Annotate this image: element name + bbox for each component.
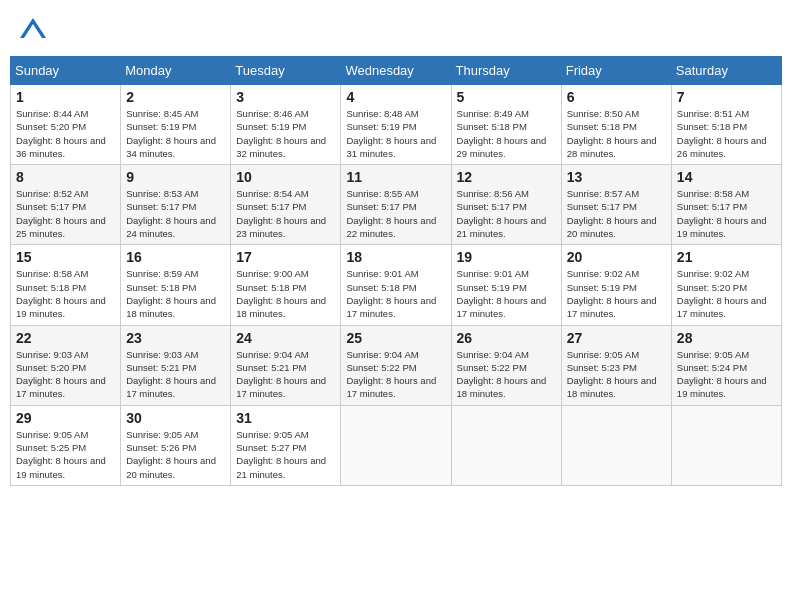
day-info: Sunrise: 8:57 AMSunset: 5:17 PMDaylight:… — [567, 187, 666, 240]
calendar-week-5: 29Sunrise: 9:05 AMSunset: 5:25 PMDayligh… — [11, 405, 782, 485]
calendar-day-17: 17Sunrise: 9:00 AMSunset: 5:18 PMDayligh… — [231, 245, 341, 325]
day-number: 3 — [236, 89, 335, 105]
day-number: 27 — [567, 330, 666, 346]
day-info: Sunrise: 9:04 AMSunset: 5:21 PMDaylight:… — [236, 348, 335, 401]
calendar-day-21: 21Sunrise: 9:02 AMSunset: 5:20 PMDayligh… — [671, 245, 781, 325]
calendar-day-8: 8Sunrise: 8:52 AMSunset: 5:17 PMDaylight… — [11, 165, 121, 245]
day-info: Sunrise: 9:03 AMSunset: 5:20 PMDaylight:… — [16, 348, 115, 401]
day-number: 15 — [16, 249, 115, 265]
day-info: Sunrise: 9:05 AMSunset: 5:27 PMDaylight:… — [236, 428, 335, 481]
day-info: Sunrise: 9:02 AMSunset: 5:19 PMDaylight:… — [567, 267, 666, 320]
empty-cell — [671, 405, 781, 485]
day-info: Sunrise: 9:01 AMSunset: 5:18 PMDaylight:… — [346, 267, 445, 320]
calendar-week-2: 8Sunrise: 8:52 AMSunset: 5:17 PMDaylight… — [11, 165, 782, 245]
day-info: Sunrise: 8:58 AMSunset: 5:18 PMDaylight:… — [16, 267, 115, 320]
calendar-day-10: 10Sunrise: 8:54 AMSunset: 5:17 PMDayligh… — [231, 165, 341, 245]
calendar-day-13: 13Sunrise: 8:57 AMSunset: 5:17 PMDayligh… — [561, 165, 671, 245]
calendar-day-2: 2Sunrise: 8:45 AMSunset: 5:19 PMDaylight… — [121, 85, 231, 165]
column-header-sunday: Sunday — [11, 57, 121, 85]
day-number: 24 — [236, 330, 335, 346]
day-number: 12 — [457, 169, 556, 185]
calendar-day-29: 29Sunrise: 9:05 AMSunset: 5:25 PMDayligh… — [11, 405, 121, 485]
calendar-table: SundayMondayTuesdayWednesdayThursdayFrid… — [10, 56, 782, 486]
calendar-day-31: 31Sunrise: 9:05 AMSunset: 5:27 PMDayligh… — [231, 405, 341, 485]
day-number: 5 — [457, 89, 556, 105]
column-header-monday: Monday — [121, 57, 231, 85]
day-number: 31 — [236, 410, 335, 426]
day-info: Sunrise: 9:05 AMSunset: 5:26 PMDaylight:… — [126, 428, 225, 481]
day-info: Sunrise: 8:56 AMSunset: 5:17 PMDaylight:… — [457, 187, 556, 240]
day-info: Sunrise: 8:49 AMSunset: 5:18 PMDaylight:… — [457, 107, 556, 160]
day-number: 7 — [677, 89, 776, 105]
day-info: Sunrise: 9:05 AMSunset: 5:24 PMDaylight:… — [677, 348, 776, 401]
day-number: 20 — [567, 249, 666, 265]
calendar-day-3: 3Sunrise: 8:46 AMSunset: 5:19 PMDaylight… — [231, 85, 341, 165]
day-info: Sunrise: 8:48 AMSunset: 5:19 PMDaylight:… — [346, 107, 445, 160]
calendar-day-4: 4Sunrise: 8:48 AMSunset: 5:19 PMDaylight… — [341, 85, 451, 165]
day-number: 9 — [126, 169, 225, 185]
calendar-day-14: 14Sunrise: 8:58 AMSunset: 5:17 PMDayligh… — [671, 165, 781, 245]
day-number: 11 — [346, 169, 445, 185]
logo-icon — [18, 14, 48, 44]
day-info: Sunrise: 8:50 AMSunset: 5:18 PMDaylight:… — [567, 107, 666, 160]
day-number: 30 — [126, 410, 225, 426]
column-header-thursday: Thursday — [451, 57, 561, 85]
day-info: Sunrise: 9:02 AMSunset: 5:20 PMDaylight:… — [677, 267, 776, 320]
day-number: 19 — [457, 249, 556, 265]
day-info: Sunrise: 9:05 AMSunset: 5:25 PMDaylight:… — [16, 428, 115, 481]
day-number: 14 — [677, 169, 776, 185]
day-number: 23 — [126, 330, 225, 346]
day-info: Sunrise: 8:51 AMSunset: 5:18 PMDaylight:… — [677, 107, 776, 160]
page-header — [10, 10, 782, 48]
column-header-wednesday: Wednesday — [341, 57, 451, 85]
calendar-week-3: 15Sunrise: 8:58 AMSunset: 5:18 PMDayligh… — [11, 245, 782, 325]
day-number: 25 — [346, 330, 445, 346]
day-number: 16 — [126, 249, 225, 265]
day-info: Sunrise: 9:05 AMSunset: 5:23 PMDaylight:… — [567, 348, 666, 401]
empty-cell — [451, 405, 561, 485]
calendar-day-27: 27Sunrise: 9:05 AMSunset: 5:23 PMDayligh… — [561, 325, 671, 405]
day-info: Sunrise: 8:55 AMSunset: 5:17 PMDaylight:… — [346, 187, 445, 240]
calendar-day-30: 30Sunrise: 9:05 AMSunset: 5:26 PMDayligh… — [121, 405, 231, 485]
calendar-week-1: 1Sunrise: 8:44 AMSunset: 5:20 PMDaylight… — [11, 85, 782, 165]
calendar-day-6: 6Sunrise: 8:50 AMSunset: 5:18 PMDaylight… — [561, 85, 671, 165]
day-number: 26 — [457, 330, 556, 346]
day-info: Sunrise: 9:01 AMSunset: 5:19 PMDaylight:… — [457, 267, 556, 320]
calendar-day-19: 19Sunrise: 9:01 AMSunset: 5:19 PMDayligh… — [451, 245, 561, 325]
empty-cell — [341, 405, 451, 485]
calendar-week-4: 22Sunrise: 9:03 AMSunset: 5:20 PMDayligh… — [11, 325, 782, 405]
day-info: Sunrise: 8:52 AMSunset: 5:17 PMDaylight:… — [16, 187, 115, 240]
calendar-day-15: 15Sunrise: 8:58 AMSunset: 5:18 PMDayligh… — [11, 245, 121, 325]
empty-cell — [561, 405, 671, 485]
calendar-day-23: 23Sunrise: 9:03 AMSunset: 5:21 PMDayligh… — [121, 325, 231, 405]
calendar-day-26: 26Sunrise: 9:04 AMSunset: 5:22 PMDayligh… — [451, 325, 561, 405]
calendar-day-12: 12Sunrise: 8:56 AMSunset: 5:17 PMDayligh… — [451, 165, 561, 245]
day-info: Sunrise: 9:04 AMSunset: 5:22 PMDaylight:… — [457, 348, 556, 401]
day-number: 2 — [126, 89, 225, 105]
day-number: 13 — [567, 169, 666, 185]
day-number: 8 — [16, 169, 115, 185]
day-number: 4 — [346, 89, 445, 105]
calendar-day-16: 16Sunrise: 8:59 AMSunset: 5:18 PMDayligh… — [121, 245, 231, 325]
day-number: 21 — [677, 249, 776, 265]
calendar-day-24: 24Sunrise: 9:04 AMSunset: 5:21 PMDayligh… — [231, 325, 341, 405]
day-number: 28 — [677, 330, 776, 346]
calendar-header-row: SundayMondayTuesdayWednesdayThursdayFrid… — [11, 57, 782, 85]
day-info: Sunrise: 8:44 AMSunset: 5:20 PMDaylight:… — [16, 107, 115, 160]
day-info: Sunrise: 9:00 AMSunset: 5:18 PMDaylight:… — [236, 267, 335, 320]
day-info: Sunrise: 9:03 AMSunset: 5:21 PMDaylight:… — [126, 348, 225, 401]
day-info: Sunrise: 8:45 AMSunset: 5:19 PMDaylight:… — [126, 107, 225, 160]
column-header-friday: Friday — [561, 57, 671, 85]
logo — [18, 14, 52, 44]
column-header-tuesday: Tuesday — [231, 57, 341, 85]
calendar-day-9: 9Sunrise: 8:53 AMSunset: 5:17 PMDaylight… — [121, 165, 231, 245]
calendar-day-28: 28Sunrise: 9:05 AMSunset: 5:24 PMDayligh… — [671, 325, 781, 405]
day-number: 1 — [16, 89, 115, 105]
day-info: Sunrise: 9:04 AMSunset: 5:22 PMDaylight:… — [346, 348, 445, 401]
day-info: Sunrise: 8:58 AMSunset: 5:17 PMDaylight:… — [677, 187, 776, 240]
calendar-day-20: 20Sunrise: 9:02 AMSunset: 5:19 PMDayligh… — [561, 245, 671, 325]
calendar-day-11: 11Sunrise: 8:55 AMSunset: 5:17 PMDayligh… — [341, 165, 451, 245]
calendar-day-18: 18Sunrise: 9:01 AMSunset: 5:18 PMDayligh… — [341, 245, 451, 325]
day-info: Sunrise: 8:59 AMSunset: 5:18 PMDaylight:… — [126, 267, 225, 320]
day-number: 29 — [16, 410, 115, 426]
